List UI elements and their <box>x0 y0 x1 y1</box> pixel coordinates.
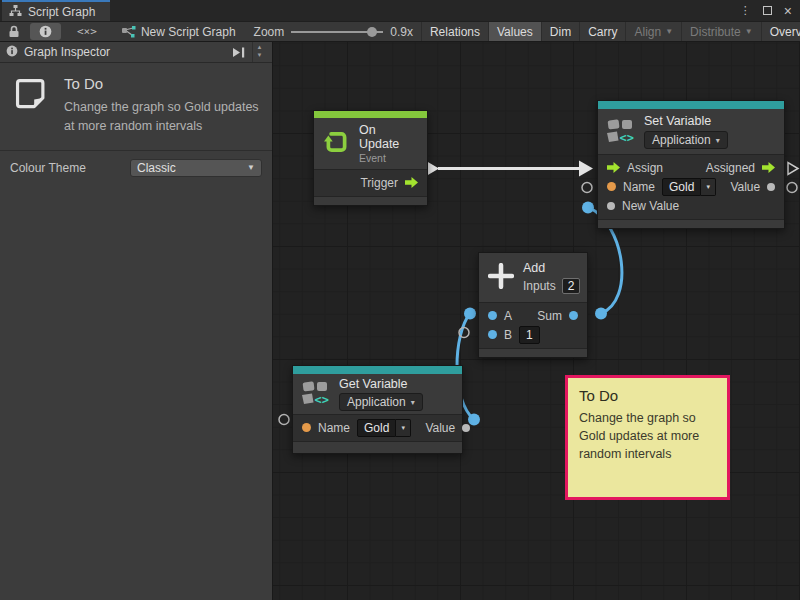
variable-icon: <> <box>302 380 330 408</box>
add-sum-port[interactable] <box>595 308 607 320</box>
name-value-row: Name Gold ▾ Value <box>598 177 784 196</box>
zoom-control: Zoom 0.9x <box>246 22 421 41</box>
chevron-down-icon: ▾ <box>411 398 415 407</box>
tab-script-graph[interactable]: Script Graph <box>2 0 110 21</box>
chevron-down-icon: ▼ <box>247 163 255 172</box>
get-variable-value-port[interactable] <box>468 414 480 426</box>
flow-wire-start-cap[interactable] <box>427 162 439 176</box>
variable-scope-dropdown[interactable]: Application ▾ <box>339 393 423 411</box>
a-sum-row: A Sum <box>479 306 587 325</box>
overview-button[interactable]: Overview <box>761 22 800 41</box>
info-toggle-icon[interactable] <box>30 23 61 40</box>
zoom-slider[interactable] <box>291 25 383 39</box>
gold-value: Gold <box>662 178 701 196</box>
get-variable-header: <> Get Variable Application ▾ <box>293 374 462 415</box>
b-row: B 1 <box>479 325 587 344</box>
flow-arrow-icon[interactable] <box>405 177 418 188</box>
distribute-button[interactable]: Distribute ▼ <box>681 22 761 41</box>
node-subtitle: Event <box>359 152 418 164</box>
get-variable-body: Name Gold ▾ Value <box>293 415 462 441</box>
b-value-field[interactable]: 1 <box>519 326 540 344</box>
window-menu-icon[interactable]: ⋮ <box>740 4 751 17</box>
inputs-label: Inputs <box>523 279 556 293</box>
sum-port-dot[interactable] <box>569 311 578 320</box>
node-set-variable[interactable]: <> Set Variable Application ▾ Assign <box>597 100 785 229</box>
node-title: Add <box>523 261 580 275</box>
node-title: Set Variable <box>644 114 728 128</box>
svg-text:<>: <> <box>620 131 634 143</box>
note-description: Change the graph so Gold updates at more… <box>64 98 262 136</box>
inputs-row: Inputs 2 <box>523 278 580 294</box>
graph-inspector-panel: Graph Inspector ▲ ▼ To Do Change the gra… <box>0 42 273 600</box>
toolbar-button-group: Relations Values Dim Carry Align ▼ Distr… <box>421 22 800 41</box>
maximize-icon[interactable] <box>763 6 772 15</box>
colour-theme-label: Colour Theme <box>10 161 130 175</box>
gold-dropdown[interactable]: Gold ▾ <box>662 178 716 196</box>
gold-dropdown[interactable]: Gold ▾ <box>357 419 411 437</box>
name-label: Name <box>623 180 655 194</box>
chevron-down-icon: ▼ <box>665 27 673 36</box>
graph-canvas[interactable]: On Update Event Trigger <box>273 42 800 600</box>
b-port-dot[interactable] <box>488 330 497 339</box>
get-variable-name-port[interactable] <box>279 415 289 425</box>
node-add[interactable]: Add Inputs 2 A Sum <box>478 252 588 358</box>
info-icon <box>6 45 18 60</box>
assign-label: Assign <box>627 161 663 175</box>
new-value-port-dot[interactable] <box>607 202 615 210</box>
script-graph-window: Script Graph ⋮ × <×> New Script Graph Zo… <box>0 0 800 600</box>
graph-name: New Script Graph <box>141 25 236 39</box>
inputs-count-field[interactable]: 2 <box>562 278 581 294</box>
zoom-label: Zoom <box>254 25 285 39</box>
close-icon[interactable]: × <box>784 4 792 18</box>
set-variable-value-port[interactable] <box>787 183 797 193</box>
node-get-variable[interactable]: <> Get Variable Application ▾ Name <box>292 365 463 454</box>
dim-button[interactable]: Dim <box>541 22 579 41</box>
chevron-down-icon: ▾ <box>716 136 720 145</box>
zoom-slider-handle[interactable] <box>367 27 377 37</box>
flow-wire-arrow[interactable] <box>579 161 593 177</box>
flow-arrow-icon[interactable] <box>607 162 620 173</box>
a-port-dot[interactable] <box>488 311 497 320</box>
chevron-down-icon: ▾ <box>396 419 411 437</box>
relations-button[interactable]: Relations <box>421 22 488 41</box>
dock-panel-icon[interactable] <box>232 47 246 58</box>
set-variable-name-port[interactable] <box>582 183 592 193</box>
name-port-dot[interactable] <box>302 423 311 432</box>
trigger-label: Trigger <box>360 176 398 190</box>
new-value-row: New Value <box>598 196 784 215</box>
add-a-port[interactable] <box>464 308 476 320</box>
add-body: A Sum B 1 <box>479 303 587 348</box>
name-port-dot[interactable] <box>607 182 616 191</box>
node-on-update[interactable]: On Update Event Trigger <box>313 110 428 206</box>
add-header: Add Inputs 2 <box>479 253 587 303</box>
sticky-note-body: Change the graph so Gold updates at more… <box>579 409 716 463</box>
lock-icon[interactable] <box>0 22 28 41</box>
on-update-body: Trigger <box>314 170 427 196</box>
sticky-note[interactable]: To Do Change the graph so Gold updates a… <box>565 375 730 500</box>
scroll-up-icon[interactable]: ▲ <box>257 44 263 52</box>
variable-color-bar <box>598 101 784 109</box>
align-button[interactable]: Align ▼ <box>625 22 681 41</box>
values-button[interactable]: Values <box>488 22 541 41</box>
flow-arrow-icon[interactable] <box>762 162 775 173</box>
code-preview-icon[interactable]: <×> <box>63 22 111 41</box>
graph-tree-icon <box>9 5 22 19</box>
panel-scroll-arrows[interactable]: ▲ ▼ <box>252 42 266 62</box>
node-footer <box>479 348 587 357</box>
b-label: B <box>504 328 512 342</box>
colour-theme-select[interactable]: Classic ▼ <box>130 159 262 177</box>
value-label: Value <box>730 180 760 194</box>
set-variable-assigned-port[interactable] <box>788 163 798 175</box>
value-port-dot[interactable] <box>462 424 470 432</box>
graph-toolbar: <×> New Script Graph Zoom 0.9x Relations… <box>0 21 800 42</box>
trigger-row: Trigger <box>314 173 427 192</box>
graph-breadcrumb[interactable]: New Script Graph <box>111 22 246 41</box>
node-title: On Update <box>359 123 418 151</box>
value-port-dot[interactable] <box>767 183 775 191</box>
new-value-label: New Value <box>622 199 679 213</box>
carry-button[interactable]: Carry <box>579 22 625 41</box>
scroll-down-icon[interactable]: ▼ <box>257 52 263 60</box>
set-variable-new-value-port[interactable] <box>582 202 594 214</box>
variable-scope-dropdown[interactable]: Application ▾ <box>644 131 728 149</box>
main-content: Graph Inspector ▲ ▼ To Do Change the gra… <box>0 42 800 600</box>
